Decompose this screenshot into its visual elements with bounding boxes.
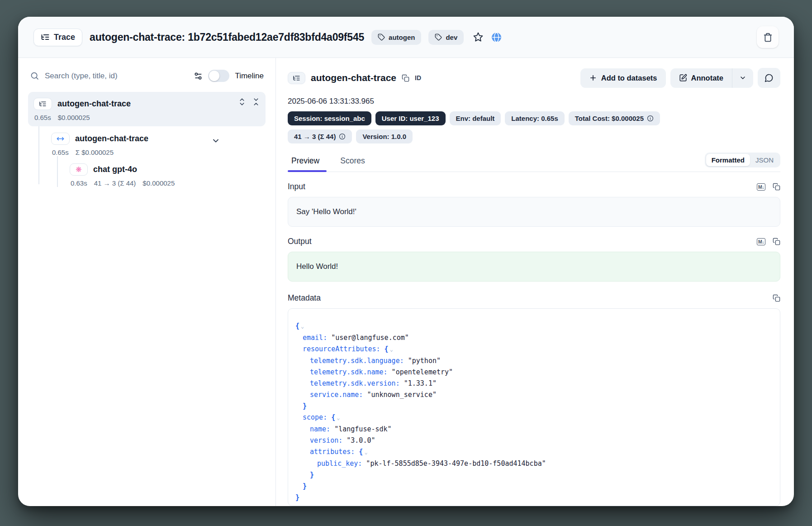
tag-autogen[interactable]: autogen <box>371 30 421 45</box>
tree-node-root[interactable]: autogen-chat-trace 0.65s $0.000025 <box>28 92 266 126</box>
version-badge: Version: 1.0.0 <box>356 129 413 143</box>
timeline-label: Timeline <box>235 72 264 81</box>
copy-input-icon[interactable] <box>773 183 780 191</box>
collapse-chevron-icon[interactable]: ⌄ <box>390 346 393 353</box>
public-globe-icon[interactable] <box>491 32 502 43</box>
timeline-toggle[interactable] <box>208 70 229 82</box>
json-line: } <box>295 401 773 412</box>
tree-node-label: autogen-chat-trace <box>75 134 148 143</box>
json-brace: } <box>310 471 314 479</box>
tag-dev[interactable]: dev <box>428 30 464 45</box>
openai-flower-icon: ❋ <box>76 166 81 173</box>
trace-node-badge <box>33 98 52 110</box>
input-value-box: Say 'Hello World!' <box>288 197 780 227</box>
env-badge: Env: default <box>450 111 501 125</box>
input-label: Input <box>288 182 305 191</box>
node-duration: 0.63s <box>71 179 87 187</box>
move-horizontal-icon <box>57 135 64 143</box>
json-line: {⌄ <box>295 320 773 332</box>
json-value: "opentelemetry" <box>388 368 453 376</box>
markdown-toggle-icon[interactable]: M↓ <box>757 183 765 191</box>
chevron-down-icon[interactable] <box>211 136 220 145</box>
json-brace: { <box>380 345 389 353</box>
markdown-toggle-icon[interactable]: M↓ <box>757 238 765 245</box>
json-line: telemetry.sdk.name: "opentelemetry" <box>295 367 773 378</box>
view-options-icon[interactable] <box>194 72 203 81</box>
annotate-dropdown-button[interactable] <box>732 68 753 88</box>
metadata-json: {⌄email: "user@langfuse.com"resourceAttr… <box>288 308 780 506</box>
trace-badges-row: Session: session_abc User ID: user_123 E… <box>288 111 780 125</box>
tree-search-row: Timeline <box>28 67 266 85</box>
trace-timestamp: 2025-06-06 13:31:33.965 <box>288 97 780 106</box>
tab-scores[interactable]: Scores <box>337 153 372 172</box>
json-line: name: "langfuse-sdk" <box>295 424 773 435</box>
json-key: scope: <box>303 413 327 421</box>
info-icon[interactable] <box>647 115 654 122</box>
copy-metadata-icon[interactable] <box>773 294 780 302</box>
list-tree-icon <box>39 100 47 108</box>
delete-trace-button[interactable] <box>757 26 779 48</box>
collapse-all-icon[interactable] <box>252 98 260 106</box>
json-key: resourceAttributes: <box>303 345 380 353</box>
copy-output-icon[interactable] <box>773 238 780 245</box>
detail-tabs: Preview Scores Formatted JSON <box>288 153 780 172</box>
search-icon <box>30 71 39 81</box>
json-brace: } <box>303 482 307 490</box>
format-json-option[interactable]: JSON <box>750 154 779 166</box>
search-input[interactable] <box>45 72 188 81</box>
output-value-box: Hello World! <box>288 252 780 282</box>
trace-type-badge: Trace <box>33 29 82 46</box>
tree-node-label: autogen-chat-trace <box>57 99 131 109</box>
copy-id-icon[interactable] <box>402 74 409 82</box>
node-cost: $0.000025 <box>58 114 90 121</box>
collapse-chevron-icon[interactable]: ⌄ <box>337 415 340 421</box>
json-key: name: <box>310 425 330 433</box>
collapse-chevron-icon[interactable]: ⌄ <box>301 323 304 330</box>
star-icon[interactable] <box>473 32 484 43</box>
json-brace: } <box>295 493 299 502</box>
json-value: "user@langfuse.com" <box>327 334 409 342</box>
json-line: } <box>295 469 773 481</box>
json-line: attributes: {⌄ <box>295 446 773 458</box>
json-brace: } <box>303 402 307 410</box>
format-formatted-option[interactable]: Formatted <box>706 154 750 166</box>
tab-preview[interactable]: Preview <box>288 153 327 172</box>
json-brace: { <box>355 448 363 456</box>
output-label: Output <box>288 237 312 246</box>
node-tokens: 41 → 3 (Σ 44) <box>94 179 136 187</box>
tree-node-generation[interactable]: ❋ chat gpt-4o 0.63s 41 → 3 (Σ 44) $0.000… <box>70 163 266 187</box>
trace-badge-label: Trace <box>54 33 75 42</box>
metadata-label: Metadata <box>288 293 321 303</box>
output-section-header: Output M↓ <box>288 237 780 246</box>
info-icon[interactable] <box>339 133 346 140</box>
user-badge[interactable]: User ID: user_123 <box>375 111 446 125</box>
json-value: "3.0.0" <box>342 436 375 445</box>
node-cost: Σ $0.000025 <box>76 148 114 156</box>
tree-node-span[interactable]: autogen-chat-trace 0.65s Σ $0.000025 <box>51 133 266 187</box>
toggle-knob <box>209 71 219 81</box>
json-key: telemetry.sdk.language: <box>310 357 404 365</box>
json-key: telemetry.sdk.name: <box>310 368 388 376</box>
annotate-split-button: Annotate <box>670 68 754 88</box>
trace-tree: autogen-chat-trace 0.65s $0.000025 <box>28 92 266 187</box>
session-badge[interactable]: Session: session_abc <box>288 111 371 125</box>
json-value: "python" <box>404 357 441 365</box>
json-line: scope: {⌄ <box>295 412 773 424</box>
edit-pen-icon <box>679 74 687 82</box>
list-tree-icon <box>41 33 50 42</box>
trash-icon <box>763 33 773 42</box>
trace-tree-sidebar: Timeline autogen-chat-trace 0. <box>18 58 276 506</box>
json-key: public_key: <box>317 459 362 468</box>
annotate-button[interactable]: Annotate <box>670 68 732 88</box>
comments-button[interactable] <box>758 68 780 88</box>
add-to-datasets-button[interactable]: Add to datasets <box>580 68 666 88</box>
json-line: email: "user@langfuse.com" <box>295 332 773 344</box>
input-section-header: Input M↓ <box>288 182 780 191</box>
collapse-chevron-icon[interactable]: ⌄ <box>364 449 367 455</box>
id-toggle[interactable]: ID <box>415 74 421 81</box>
trace-window: Trace autogen-chat-trace: 1b72c51fabed12… <box>18 17 794 506</box>
json-line: version: "3.0.0" <box>295 435 773 446</box>
json-value: "langfuse-sdk" <box>330 425 391 433</box>
json-brace: { <box>327 413 335 421</box>
expand-all-icon[interactable] <box>238 98 246 106</box>
